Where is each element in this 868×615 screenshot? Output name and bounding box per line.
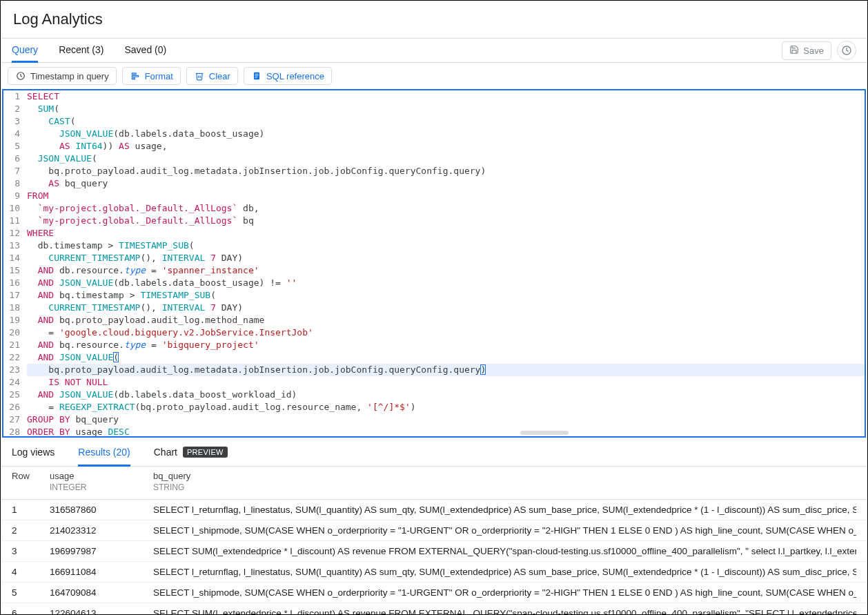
- cell-usage: 196997987: [50, 546, 153, 556]
- table-row[interactable]: 4 166911084 SELECT l_returnflag, l_lines…: [1, 562, 867, 583]
- cell-row-number: 1: [12, 505, 50, 515]
- cell-bq-query: SELECT l_shipmode, SUM(CASE WHEN o_order…: [153, 587, 856, 598]
- svg-rect-4: [132, 78, 135, 79]
- cell-row-number: 4: [12, 567, 50, 577]
- editor-toolbar: Timestamp in query Format Clear SQL refe…: [1, 63, 867, 89]
- sql-editor[interactable]: 1234567891011121314151617181920212223242…: [2, 89, 866, 438]
- svg-rect-8: [255, 77, 257, 78]
- format-icon: [130, 70, 141, 81]
- save-icon: [789, 45, 799, 57]
- cell-usage: 164709084: [50, 587, 153, 598]
- table-row[interactable]: 5 164709084 SELECT l_shipmode, SUM(CASE …: [1, 583, 867, 603]
- run-button[interactable]: [837, 41, 856, 60]
- col-header-row: Row: [12, 471, 50, 495]
- tab-results[interactable]: Results (20): [78, 440, 130, 467]
- chart-label: Chart: [154, 447, 177, 458]
- clear-button[interactable]: Clear: [186, 67, 238, 85]
- cell-bq-query: SELECT SUM(l_extendedprice * l_discount)…: [153, 608, 856, 615]
- table-row[interactable]: 6 122604613 SELECT SUM(l_extendedprice *…: [1, 603, 867, 615]
- svg-rect-6: [255, 74, 259, 75]
- cell-bq-query: SELECT l_returnflag, l_linestatus, SUM(l…: [153, 567, 856, 577]
- cell-bq-query: SELECT l_returnflag, l_linestatus, SUM(l…: [153, 505, 856, 515]
- tab-log-views[interactable]: Log views: [12, 440, 55, 467]
- cell-row-number: 6: [12, 608, 50, 615]
- table-row[interactable]: 1 316587860 SELECT l_returnflag, l_lines…: [1, 500, 867, 520]
- cell-row-number: 5: [12, 587, 50, 598]
- format-label: Format: [145, 71, 173, 81]
- code-area[interactable]: SELECT SUM( CAST( JSON_VALUE(db.labels.d…: [24, 90, 865, 438]
- clock-icon: [15, 70, 26, 81]
- tab-query[interactable]: Query: [12, 38, 38, 63]
- main-tabs: Query Recent (3) Saved (0) Save: [1, 38, 867, 63]
- timestamp-label: Timestamp in query: [30, 71, 109, 81]
- cell-bq-query: SELECT l_shipmode, SUM(CASE WHEN o_order…: [153, 525, 856, 536]
- timestamp-chip[interactable]: Timestamp in query: [8, 67, 117, 85]
- table-row[interactable]: 2 214023312 SELECT l_shipmode, SUM(CASE …: [1, 520, 867, 541]
- table-row[interactable]: 3 196997987 SELECT SUM(l_extendedprice *…: [1, 541, 867, 562]
- svg-rect-2: [132, 73, 136, 75]
- tab-saved[interactable]: Saved (0): [124, 38, 166, 63]
- cell-usage: 214023312: [50, 525, 153, 536]
- results-body: 1 316587860 SELECT l_returnflag, l_lines…: [1, 500, 867, 615]
- sql-reference-button[interactable]: SQL reference: [244, 67, 332, 85]
- results-tabs: Log views Results (20) Chart PREVIEW: [1, 440, 867, 467]
- cell-bq-query: SELECT SUM(l_extendedprice * l_discount)…: [153, 546, 856, 556]
- cell-row-number: 2: [12, 525, 50, 536]
- trash-icon: [194, 70, 205, 81]
- line-gutter: 1234567891011121314151617181920212223242…: [3, 90, 24, 438]
- tab-chart[interactable]: Chart PREVIEW: [154, 440, 228, 467]
- clear-label: Clear: [209, 71, 230, 81]
- results-header-row: Row usage INTEGER bq_query STRING: [1, 467, 867, 500]
- svg-rect-7: [255, 75, 259, 76]
- tab-recent[interactable]: Recent (3): [59, 38, 103, 63]
- svg-rect-3: [132, 75, 138, 77]
- cell-row-number: 3: [12, 546, 50, 556]
- preview-badge: PREVIEW: [183, 447, 228, 458]
- format-button[interactable]: Format: [122, 67, 181, 85]
- doc-icon: [251, 70, 262, 81]
- cell-usage: 166911084: [50, 567, 153, 577]
- horizontal-scroll-grip[interactable]: [520, 431, 569, 435]
- save-label: Save: [803, 46, 824, 56]
- col-header-bq-query: bq_query STRING: [153, 471, 856, 495]
- cell-usage: 122604613: [50, 608, 153, 615]
- page-title: Log Analytics: [1, 1, 867, 38]
- cell-usage: 316587860: [50, 505, 153, 515]
- save-button[interactable]: Save: [782, 41, 831, 60]
- col-header-usage: usage INTEGER: [50, 471, 153, 495]
- sql-reference-label: SQL reference: [266, 71, 324, 81]
